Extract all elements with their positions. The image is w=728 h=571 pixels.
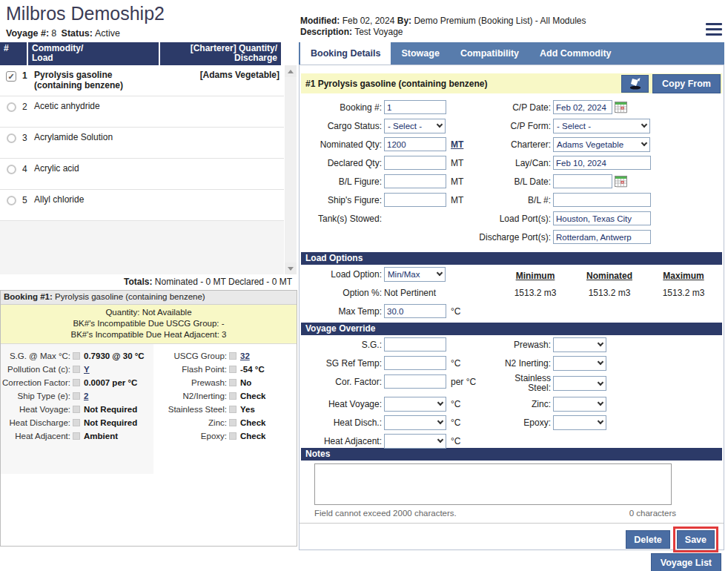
tab-bar: Booking Details Stowage Compatibility Ad…	[299, 42, 724, 65]
cp-form-select[interactable]: - Select -	[553, 119, 650, 133]
save-button[interactable]: Save	[677, 530, 715, 549]
row-5-radio[interactable]	[7, 196, 16, 205]
prewash-select[interactable]	[553, 337, 606, 352]
row-number: 2	[22, 101, 34, 112]
row-4-radio[interactable]	[7, 165, 16, 174]
row-2-radio[interactable]	[7, 102, 16, 112]
totals-text: Nominated - 0 MT Declared - 0 MT	[155, 277, 292, 287]
chevron-down-icon	[437, 270, 443, 276]
commodity-name: Acetic anhydride	[34, 101, 164, 111]
check-icon: ✓	[7, 73, 14, 81]
chevron-down-icon	[598, 400, 603, 406]
commodity-list-scrollbar[interactable]	[285, 65, 297, 274]
copy-from-button[interactable]: Copy From	[652, 74, 721, 93]
epoxy-label: Epoxy:	[153, 432, 229, 441]
discharge-ports-input[interactable]	[553, 230, 651, 244]
prewash-override-label: Prewash:	[398, 340, 553, 350]
voyage-list-button[interactable]: Voyage List	[651, 553, 721, 571]
row-number: 3	[22, 132, 34, 143]
load-ports-input[interactable]	[553, 211, 651, 225]
table-row-2[interactable]: 2 Acetic anhydride	[0, 96, 284, 128]
heat-voyage-label: Heat Voyage:	[1, 405, 73, 415]
bl-number-input[interactable]	[553, 193, 651, 207]
laycan-label: Lay/Can:	[398, 158, 553, 168]
maximum-value: 1513.2 m3	[646, 288, 721, 298]
table-row-5[interactable]: 5 Allyl chloride	[0, 190, 284, 221]
load-option-label: Load Option:	[301, 269, 384, 280]
scroll-up-button[interactable]	[285, 65, 297, 77]
app-title: Milbros Demoship2	[6, 3, 297, 24]
tab-stowage[interactable]: Stowage	[391, 42, 449, 65]
load-ports-label: Load Port(s):	[398, 214, 553, 224]
uscg-group-value-link[interactable]: 32	[240, 351, 250, 361]
max-temp-input[interactable]	[384, 304, 446, 318]
load-option-select[interactable]: Min/Max	[384, 267, 446, 282]
scroll-down-button[interactable]	[285, 263, 297, 274]
tab-compatibility[interactable]: Compatibility	[450, 42, 529, 65]
cp-form-label: C/P Form:	[398, 121, 553, 131]
correction-factor-value: 0.0007 per °C	[84, 378, 137, 388]
tank-cleaning-button[interactable]	[621, 75, 649, 93]
table-row-4[interactable]: 4 Acrylic acid	[0, 159, 284, 190]
calendar-icon[interactable]	[615, 175, 629, 188]
info-square-icon	[73, 392, 80, 400]
chevron-down-icon	[598, 379, 603, 385]
zinc-label: Zinc:	[153, 418, 229, 428]
notes-textarea[interactable]	[314, 463, 672, 505]
row-3-radio[interactable]	[7, 133, 16, 143]
correction-factor-label: Correction Factor:	[1, 378, 73, 388]
cp-date-input[interactable]	[553, 100, 612, 114]
table-row-1[interactable]: ✓ 1 Pyrolysis gasoline (containing benze…	[0, 65, 284, 96]
commodity-table-header: # Commodity/ Load [Charterer] Quantity/ …	[0, 42, 284, 65]
booking-properties: S.G. @ Max °C:0.7930 @ 30 °C Pollution C…	[1, 344, 297, 474]
booking-form: Booking #: Cargo Status:- Select - Nomin…	[300, 98, 724, 252]
modified-info: Modified: Feb 02, 2024 By: Demo Premium …	[300, 16, 686, 38]
option-pct-value: Not Pertinent	[384, 288, 436, 298]
delete-button[interactable]: Delete	[626, 530, 670, 549]
heat-voyage-override-label: Heat Voyage:	[301, 399, 384, 409]
ship-type-value-link[interactable]: 2	[84, 392, 88, 401]
zinc-override-label: Zinc:	[398, 399, 553, 409]
n2-inerting-select[interactable]	[553, 356, 606, 371]
n2-inerting-override-label: N2 Inerting:	[398, 358, 553, 369]
tab-add-commodity[interactable]: Add Commodity	[529, 42, 622, 65]
arrow-up-icon	[288, 70, 294, 73]
laycan-input[interactable]	[553, 156, 651, 170]
bl-date-label: B/L Date:	[398, 176, 553, 187]
bl-date-input[interactable]	[553, 174, 612, 188]
zinc-select[interactable]	[553, 397, 606, 412]
properties-left-column: S.G. @ Max °C:0.7930 @ 30 °C Pollution C…	[1, 344, 153, 474]
tab-booking-details[interactable]: Booking Details	[300, 42, 391, 65]
booking-title-bar: #1 Pyrolysis gasoline (containing benzen…	[301, 73, 722, 93]
status-label: Status:	[62, 28, 93, 39]
flash-point-value: -54 °C	[240, 365, 265, 374]
sg-max-label: S.G. @ Max °C:	[1, 351, 73, 361]
prewash-value: No	[240, 378, 251, 388]
row-1-checkbox-checked[interactable]: ✓	[6, 71, 16, 82]
row-charterer: [Adams Vegetable]	[164, 70, 281, 80]
col-header-number: #	[0, 42, 27, 65]
voyage-number: 8	[51, 28, 56, 39]
option-pct-label: Option %:	[301, 288, 384, 298]
calendar-icon[interactable]	[615, 101, 629, 113]
info-square-icon	[73, 352, 80, 360]
heat-disch-override-label: Heat Disch.:	[301, 417, 384, 428]
pollution-cat-value-link[interactable]: Y	[84, 365, 90, 374]
heat-adjacent-combo[interactable]	[384, 434, 446, 449]
table-row-3[interactable]: 3 Acrylamide Solution	[0, 128, 284, 159]
charterer-select[interactable]: Adams Vegetable	[553, 137, 650, 152]
bl-number-label: B/L #:	[398, 195, 553, 205]
info-square-icon	[229, 366, 236, 373]
load-options-section: Load Option:Min/Max Option %:Not Pertine…	[300, 265, 724, 323]
ship-type-label: Ship Type (e):	[1, 392, 73, 401]
info-square-icon	[73, 419, 80, 426]
row-number: 4	[22, 163, 34, 174]
wash-icon	[628, 77, 643, 90]
commodity-table-body: ✓ 1 Pyrolysis gasoline (containing benze…	[0, 65, 284, 274]
epoxy-select[interactable]	[553, 415, 606, 430]
hamburger-menu-icon[interactable]	[706, 23, 722, 39]
stainless-steel-select[interactable]	[553, 376, 606, 391]
maximum-header: Maximum	[646, 271, 721, 281]
info-square-icon	[229, 379, 236, 386]
alert-heat-adjacent: BK#'s Incompatible Due Heat Adjacent: 3	[1, 329, 297, 340]
